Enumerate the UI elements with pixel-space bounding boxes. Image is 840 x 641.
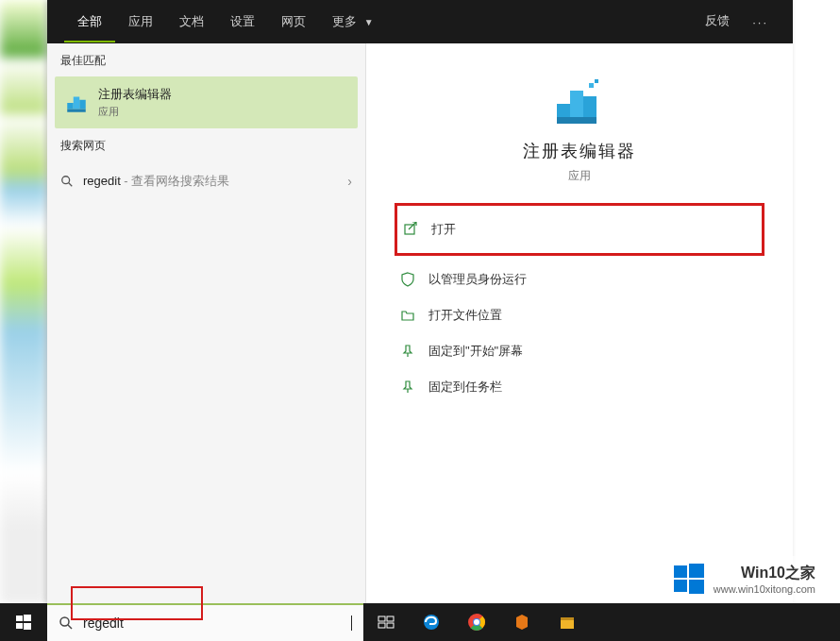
svg-rect-12: [405, 225, 414, 234]
content-area: 最佳匹配 注册表编辑器 应用 搜索网页: [47, 43, 793, 604]
svg-rect-2: [79, 99, 86, 109]
svg-rect-0: [67, 103, 74, 110]
search-results-window: 全部 应用 文档 设置 网页 更多 ▼ 反馈 ··· 最佳匹配: [47, 0, 793, 604]
action-open[interactable]: 打开: [395, 203, 764, 256]
feedback-link[interactable]: 反馈: [699, 3, 735, 41]
taskbar-search-box[interactable]: [47, 603, 363, 641]
web-query-text: regedit: [83, 174, 121, 188]
svg-rect-14: [24, 615, 31, 621]
tab-apps[interactable]: 应用: [115, 1, 166, 42]
search-tabs-bar: 全部 应用 文档 设置 网页 更多 ▼ 反馈 ···: [47, 0, 793, 43]
tab-all[interactable]: 全部: [64, 1, 115, 42]
detail-header: 注册表编辑器 应用: [395, 72, 764, 184]
windows-icon: [16, 615, 31, 630]
svg-point-28: [474, 619, 479, 625]
svg-rect-19: [378, 616, 385, 621]
svg-rect-20: [387, 616, 394, 621]
svg-rect-33: [674, 580, 687, 592]
taskbar-app-icons: [363, 603, 590, 641]
svg-rect-13: [16, 616, 23, 621]
regedit-icon: [64, 91, 89, 115]
best-match-item[interactable]: 注册表编辑器 应用: [55, 76, 358, 128]
svg-line-5: [69, 183, 73, 187]
web-search-result[interactable]: regedit - 查看网络搜索结果 ›: [47, 161, 365, 201]
section-web-search-header: 搜索网页: [47, 128, 365, 161]
detail-title: 注册表编辑器: [395, 140, 764, 162]
shield-icon: [400, 272, 415, 287]
svg-rect-34: [689, 580, 704, 594]
action-open-label: 打开: [431, 221, 456, 238]
svg-rect-3: [67, 109, 86, 111]
svg-rect-31: [674, 565, 687, 578]
action-run-admin-label: 以管理员身份运行: [428, 271, 527, 288]
action-pin-start[interactable]: 固定到"开始"屏幕: [395, 333, 764, 369]
action-pin-taskbar-label: 固定到任务栏: [428, 379, 502, 396]
svg-rect-1: [74, 96, 80, 109]
open-icon: [403, 222, 418, 237]
task-view-icon[interactable]: [363, 603, 409, 641]
action-open-location[interactable]: 打开文件位置: [395, 297, 764, 333]
watermark: Win10之家 www.win10xitong.com: [666, 556, 821, 601]
svg-rect-21: [378, 623, 385, 628]
search-icon: [60, 175, 74, 188]
detail-panel: 注册表编辑器 应用 打开 以管理员身份运行: [366, 43, 793, 604]
web-query-desc: - 查看网络搜索结果: [121, 174, 230, 188]
app-orange-icon[interactable]: [499, 603, 545, 641]
chevron-right-icon: ›: [347, 174, 352, 189]
svg-point-4: [62, 177, 70, 184]
svg-rect-32: [689, 564, 704, 578]
tab-settings[interactable]: 设置: [217, 1, 268, 42]
detail-subtitle: 应用: [395, 168, 764, 184]
text-caret: [351, 616, 352, 631]
best-match-text: 注册表编辑器 应用: [98, 86, 172, 119]
action-list: 打开 以管理员身份运行 打开文件位置: [395, 203, 764, 405]
svg-rect-15: [16, 623, 23, 629]
taskbar: [0, 603, 840, 641]
svg-rect-11: [595, 79, 598, 83]
chevron-down-icon: ▼: [364, 17, 374, 27]
watermark-title: Win10之家: [714, 564, 815, 583]
best-match-title: 注册表编辑器: [98, 86, 172, 103]
svg-rect-22: [387, 623, 394, 628]
taskbar-search-input[interactable]: [83, 616, 341, 631]
svg-rect-8: [583, 96, 596, 117]
edge-icon[interactable]: [409, 603, 454, 641]
chrome-icon[interactable]: [454, 603, 499, 641]
svg-line-18: [68, 625, 72, 629]
svg-rect-16: [24, 623, 31, 630]
pin-start-icon: [400, 344, 415, 359]
svg-point-17: [60, 617, 69, 626]
tab-web[interactable]: 网页: [268, 1, 319, 42]
tabs-right-group: 反馈 ···: [699, 3, 776, 41]
start-button[interactable]: [0, 603, 47, 641]
tab-more[interactable]: 更多 ▼: [319, 1, 387, 42]
tab-documents[interactable]: 文档: [166, 1, 217, 42]
svg-rect-30: [561, 617, 574, 620]
more-options-icon[interactable]: ···: [745, 8, 776, 37]
tab-more-label: 更多: [332, 14, 357, 28]
search-icon: [59, 616, 74, 631]
action-open-location-label: 打开文件位置: [428, 307, 502, 324]
action-run-admin[interactable]: 以管理员身份运行: [395, 261, 764, 297]
svg-rect-9: [557, 117, 596, 124]
action-pin-taskbar[interactable]: 固定到任务栏: [395, 369, 764, 405]
svg-rect-7: [570, 91, 583, 117]
svg-rect-6: [557, 104, 570, 117]
regedit-large-icon: [549, 72, 610, 132]
watermark-url: www.win10xitong.com: [714, 583, 815, 595]
folder-icon: [400, 308, 415, 323]
app-yellow-icon[interactable]: [545, 603, 590, 641]
results-list-panel: 最佳匹配 注册表编辑器 应用 搜索网页: [47, 43, 366, 604]
windows-logo-icon: [672, 562, 706, 596]
desktop-background: [0, 0, 47, 604]
section-best-match-header: 最佳匹配: [47, 43, 365, 76]
action-pin-start-label: 固定到"开始"屏幕: [428, 343, 523, 360]
pin-taskbar-icon: [400, 380, 415, 395]
best-match-subtitle: 应用: [98, 105, 172, 119]
svg-rect-10: [589, 83, 594, 88]
